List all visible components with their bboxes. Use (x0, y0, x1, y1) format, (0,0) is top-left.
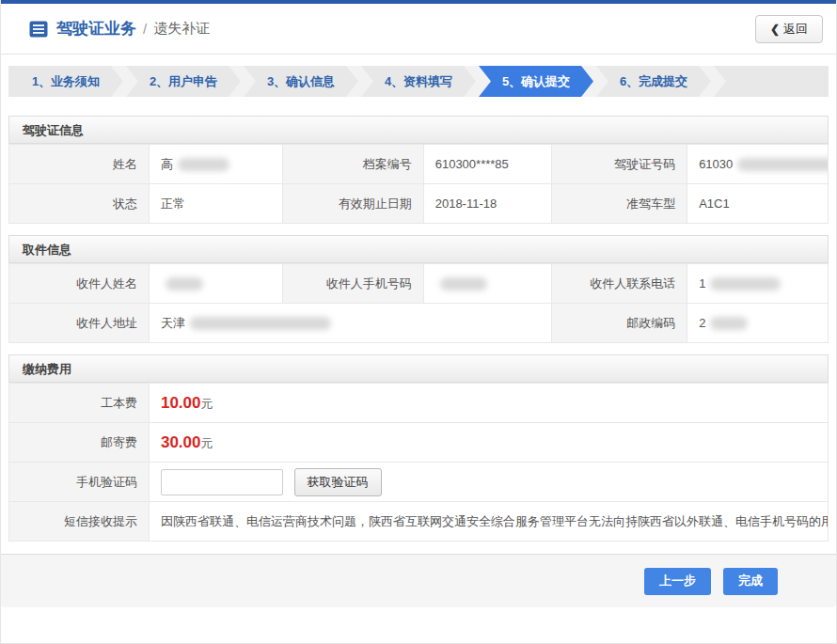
recipient-name-value (149, 264, 282, 304)
mail-fee-label: 邮寄费 (9, 423, 150, 463)
chevron-left-icon: ❮ (770, 23, 780, 36)
redaction-smudge (166, 277, 203, 291)
license-status-label: 状态 (9, 184, 150, 224)
license-status-value: 正常 (149, 184, 282, 224)
table-row: 收件人地址 天津 邮政编码 2 (9, 304, 829, 343)
footer-action-bar: 上一步 完成 (1, 554, 836, 607)
step-tab-3[interactable]: 3、确认信息 (244, 66, 358, 97)
license-info-table: 姓名 高 档案编号 610300****85 驾驶证号码 61030 状态 正常… (8, 144, 829, 224)
page-title: 驾驶证业务 (56, 18, 136, 39)
redaction-smudge (710, 277, 781, 291)
postcode-label: 邮政编码 (552, 304, 687, 343)
license-vehicleclass-value: A1C1 (687, 184, 829, 224)
table-row: 短信接收提示 因陕西省联通、电信运营商技术问题，陕西省互联网交通安全综合服务管理… (9, 502, 829, 542)
pickup-info-table: 收件人姓名 收件人手机号码 收件人联系电话 1 收件人地址 天津 邮政编码 2 (8, 263, 829, 343)
section-fees: 缴纳费用 工本费 10.00元 邮寄费 30.00元 手机验证码 获取验证码 (8, 354, 829, 542)
wizard-steps: 1、业务须知 2、用户申告 3、确认信息 4、资料填写 5、确认提交 6、完成提… (8, 66, 829, 97)
list-icon (29, 20, 48, 39)
license-name-label: 姓名 (9, 145, 150, 184)
back-button[interactable]: ❮ 返回 (755, 15, 823, 43)
page-header: 驾驶证业务 / 遗失补证 ❮ 返回 (1, 4, 836, 55)
finish-button[interactable]: 完成 (723, 568, 778, 595)
section-license-info: 驾驶证信息 姓名 高 档案编号 610300****85 驾驶证号码 61030… (8, 116, 829, 224)
recipient-phone-value: 1 (687, 264, 829, 304)
step-tab-2[interactable]: 2、用户申告 (126, 66, 241, 97)
sms-code-label: 手机验证码 (9, 463, 150, 502)
fees-table: 工本费 10.00元 邮寄费 30.00元 手机验证码 获取验证码 短信接收提示 (8, 383, 829, 542)
license-fileno-value: 610300****85 (423, 145, 552, 184)
redaction-smudge (710, 317, 748, 330)
section-title-fees: 缴纳费用 (8, 354, 829, 383)
sms-notice-label: 短信接收提示 (9, 502, 150, 542)
steps-filler (714, 66, 829, 97)
mail-fee-amount: 30.00 (161, 433, 201, 451)
mail-fee-unit: 元 (200, 436, 213, 450)
work-fee-unit: 元 (200, 397, 213, 411)
license-validuntil-label: 有效期止日期 (282, 184, 423, 224)
table-row: 工本费 10.00元 (9, 384, 829, 423)
redaction-smudge (190, 317, 331, 330)
work-fee-label: 工本费 (9, 384, 150, 423)
recipient-name-label: 收件人姓名 (9, 264, 150, 304)
step-tab-5-active[interactable]: 5、确认提交 (479, 66, 593, 97)
redaction-smudge (440, 277, 487, 291)
recipient-address-value: 天津 (149, 304, 552, 343)
recipient-mobile-value (423, 264, 552, 304)
step-tab-6[interactable]: 6、完成提交 (596, 66, 711, 97)
work-fee-amount: 10.00 (161, 394, 201, 412)
license-fileno-label: 档案编号 (282, 145, 423, 184)
step-tab-1[interactable]: 1、业务须知 (8, 66, 123, 97)
table-row: 手机验证码 获取验证码 (9, 463, 829, 502)
mail-fee-value: 30.00元 (149, 423, 828, 463)
breadcrumb-divider: / (143, 21, 147, 37)
table-row: 收件人姓名 收件人手机号码 收件人联系电话 1 (9, 264, 829, 304)
section-pickup-info: 取件信息 收件人姓名 收件人手机号码 收件人联系电话 1 收件人地址 天津 邮政… (8, 235, 829, 343)
recipient-phone-label: 收件人联系电话 (552, 264, 687, 304)
get-sms-code-button[interactable]: 获取验证码 (294, 468, 382, 496)
back-button-label: 返回 (783, 21, 808, 38)
sms-notice-text: 因陕西省联通、电信运营商技术问题，陕西省互联网交通安全综合服务管理平台无法向持陕… (149, 502, 828, 542)
license-name-value: 高 (149, 145, 282, 184)
section-title-pickup: 取件信息 (8, 235, 829, 263)
redaction-smudge (178, 158, 229, 171)
table-row: 状态 正常 有效期止日期 2018-11-18 准驾车型 A1C1 (9, 184, 829, 224)
recipient-address-label: 收件人地址 (9, 304, 150, 343)
step-tab-4[interactable]: 4、资料填写 (361, 66, 476, 97)
recipient-mobile-label: 收件人手机号码 (282, 264, 423, 304)
sms-code-cell: 获取验证码 (149, 463, 828, 502)
work-fee-value: 10.00元 (149, 384, 828, 423)
section-title-license: 驾驶证信息 (8, 116, 829, 144)
license-number-label: 驾驶证号码 (552, 145, 687, 184)
page-container: 驾驶证业务 / 遗失补证 ❮ 返回 1、业务须知 2、用户申告 3、确认信息 4… (0, 0, 837, 644)
redaction-smudge (737, 158, 828, 171)
main-content: 驾驶证信息 姓名 高 档案编号 610300****85 驾驶证号码 61030… (1, 116, 836, 542)
table-row: 邮寄费 30.00元 (9, 423, 829, 463)
breadcrumb-current: 遗失补证 (153, 20, 210, 38)
previous-step-button[interactable]: 上一步 (644, 568, 711, 595)
sms-code-input[interactable] (161, 469, 283, 495)
license-vehicleclass-label: 准驾车型 (552, 184, 687, 224)
table-row: 姓名 高 档案编号 610300****85 驾驶证号码 61030 (9, 145, 829, 184)
license-number-value: 61030 (687, 145, 829, 184)
postcode-value: 2 (687, 304, 829, 343)
license-validuntil-value: 2018-11-18 (423, 184, 552, 224)
